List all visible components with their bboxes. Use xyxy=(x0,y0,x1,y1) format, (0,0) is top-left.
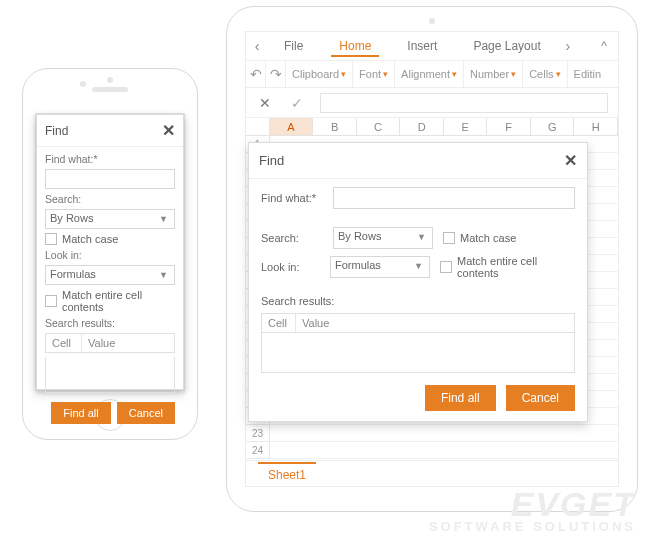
watermark-line2: SOFTWARE SOLUTIONS xyxy=(429,519,636,534)
column-headers: A B C D E F G H xyxy=(246,118,618,136)
match-case-label: Match case xyxy=(460,232,516,244)
search-select[interactable]: By Rows ▼ xyxy=(333,227,433,249)
find-what-label: Find what:* xyxy=(45,153,175,165)
formula-input[interactable] xyxy=(320,93,608,113)
col-head-g[interactable]: G xyxy=(531,118,575,135)
group-editing[interactable]: Editin xyxy=(568,61,608,87)
chevron-right-icon[interactable]: › xyxy=(559,38,577,54)
phone-screen: Find ✕ Find what:* Search: By Rows ▼ Mat… xyxy=(35,113,185,391)
check-icon[interactable]: ✓ xyxy=(288,95,306,111)
phone-sensor xyxy=(107,77,113,83)
find-all-button[interactable]: Find all xyxy=(425,385,496,411)
dialog-title: Find xyxy=(259,153,284,168)
select-all-corner[interactable] xyxy=(246,118,270,135)
find-dialog: Find ✕ Find what:* Search: By Rows ▼ Mat… xyxy=(36,114,184,390)
lookin-label: Look in: xyxy=(261,261,320,273)
dialog-footer: Find all Cancel xyxy=(37,397,183,432)
sheet-bar: Sheet1 xyxy=(246,460,618,486)
lookin-select[interactable]: Formulas ▼ xyxy=(45,265,175,285)
tab-page-layout[interactable]: Page Layout xyxy=(455,39,558,53)
cancel-icon[interactable]: ✕ xyxy=(256,95,274,111)
tablet-screen: ‹ File Home Insert Page Layout › ^ ↶ ↷ C… xyxy=(245,31,619,487)
results-col-value: Value xyxy=(82,334,121,352)
lookin-select-value: Formulas xyxy=(335,259,381,271)
match-entire-checkbox[interactable] xyxy=(440,261,452,273)
tab-file[interactable]: File xyxy=(266,39,321,53)
tab-home[interactable]: Home xyxy=(321,39,389,53)
results-body[interactable] xyxy=(45,357,175,393)
chevron-down-icon: ▼ xyxy=(159,270,168,280)
undo-button[interactable]: ↶ xyxy=(246,61,266,87)
find-what-label: Find what:* xyxy=(261,192,323,204)
dialog-title: Find xyxy=(45,124,68,138)
match-case-checkbox[interactable] xyxy=(45,233,57,245)
row-head[interactable]: 23 xyxy=(246,425,270,442)
col-head-f[interactable]: F xyxy=(487,118,531,135)
ribbon-tabs: ‹ File Home Insert Page Layout › ^ xyxy=(246,32,618,60)
match-entire-checkbox[interactable] xyxy=(45,295,57,307)
results-label: Search results: xyxy=(261,295,575,307)
lookin-select-value: Formulas xyxy=(50,268,96,280)
sheet-tab[interactable]: Sheet1 xyxy=(258,462,316,486)
results-col-cell: Cell xyxy=(46,334,82,352)
chevron-down-icon: ▾ xyxy=(556,69,561,79)
tab-insert[interactable]: Insert xyxy=(389,39,455,53)
dialog-header: Find ✕ xyxy=(249,143,587,179)
col-head-c[interactable]: C xyxy=(357,118,401,135)
row-head[interactable]: 25 xyxy=(246,459,270,460)
col-head-b[interactable]: B xyxy=(313,118,357,135)
formula-bar: ✕ ✓ xyxy=(246,88,618,118)
group-number-label: Number xyxy=(470,68,509,80)
search-label: Search: xyxy=(45,193,175,205)
chevron-down-icon: ▾ xyxy=(341,69,346,79)
row-head[interactable]: 24 xyxy=(246,442,270,459)
redo-button[interactable]: ↷ xyxy=(266,61,286,87)
col-head-e[interactable]: E xyxy=(444,118,488,135)
group-editing-label: Editin xyxy=(574,68,602,80)
phone-camera xyxy=(80,81,86,87)
chevron-down-icon: ▼ xyxy=(414,261,423,271)
group-alignment-label: Alignment xyxy=(401,68,450,80)
search-select-value: By Rows xyxy=(50,212,93,224)
results-header: Cell Value xyxy=(45,333,175,353)
close-icon[interactable]: ✕ xyxy=(564,151,577,170)
cancel-button[interactable]: Cancel xyxy=(506,385,575,411)
cancel-button[interactable]: Cancel xyxy=(117,402,175,424)
col-head-d[interactable]: D xyxy=(400,118,444,135)
group-font[interactable]: Font▾ xyxy=(353,61,395,87)
results-header: Cell Value xyxy=(261,313,575,333)
tablet-device-frame: ‹ File Home Insert Page Layout › ^ ↶ ↷ C… xyxy=(226,6,638,512)
dialog-body: Find what:* Search: By Rows ▼ Match case… xyxy=(37,147,183,397)
find-all-button[interactable]: Find all xyxy=(51,402,110,424)
group-number[interactable]: Number▾ xyxy=(464,61,523,87)
ribbon-tools: ↶ ↷ Clipboard▾ Font▾ Alignment▾ Number▾ … xyxy=(246,60,618,88)
results-col-cell: Cell xyxy=(262,314,296,332)
chevron-down-icon: ▾ xyxy=(511,69,516,79)
group-clipboard[interactable]: Clipboard▾ xyxy=(286,61,353,87)
search-select[interactable]: By Rows ▼ xyxy=(45,209,175,229)
chevron-left-icon[interactable]: ‹ xyxy=(248,38,266,54)
chevron-down-icon: ▾ xyxy=(452,69,457,79)
dialog-header: Find ✕ xyxy=(37,115,183,147)
match-case-checkbox[interactable] xyxy=(443,232,455,244)
chevron-down-icon: ▼ xyxy=(417,232,426,242)
col-head-h[interactable]: H xyxy=(574,118,618,135)
group-cells[interactable]: Cells▾ xyxy=(523,61,567,87)
dialog-footer: Find all Cancel xyxy=(249,379,587,421)
col-head-a[interactable]: A xyxy=(270,118,314,135)
lookin-select[interactable]: Formulas ▼ xyxy=(330,256,430,278)
results-label: Search results: xyxy=(45,317,175,329)
chevron-down-icon: ▾ xyxy=(383,69,388,79)
close-icon[interactable]: ✕ xyxy=(162,121,175,140)
group-alignment[interactable]: Alignment▾ xyxy=(395,61,464,87)
caret-up-icon[interactable]: ^ xyxy=(592,39,616,53)
match-case-label: Match case xyxy=(62,233,118,245)
match-entire-label: Match entire cell contents xyxy=(457,255,575,279)
match-entire-label: Match entire cell contents xyxy=(62,289,175,313)
search-label: Search: xyxy=(261,232,323,244)
phone-device-frame: Find ✕ Find what:* Search: By Rows ▼ Mat… xyxy=(22,68,198,440)
find-what-input[interactable] xyxy=(333,187,575,209)
results-body[interactable] xyxy=(261,333,575,373)
tablet-camera xyxy=(429,18,435,24)
find-what-input[interactable] xyxy=(45,169,175,189)
